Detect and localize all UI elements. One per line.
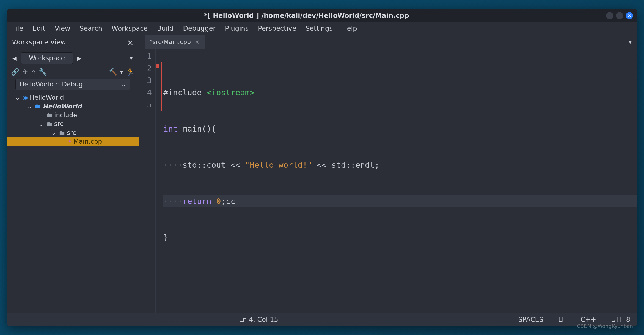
cpp-file-icon: ✦ [68, 138, 72, 144]
menu-debugger[interactable]: Debugger [183, 25, 216, 32]
wrench-icon[interactable]: 🔧 [39, 68, 47, 76]
folder-icon: 🖿 [59, 129, 65, 136]
tab-close-icon[interactable]: × [195, 38, 200, 45]
status-lang[interactable]: C++ [580, 316, 596, 323]
status-eol[interactable]: LF [558, 316, 566, 323]
menu-settings[interactable]: Settings [306, 25, 332, 32]
nav-fwd-icon[interactable]: ▶ [76, 55, 83, 62]
line-number: 3 [139, 74, 152, 86]
tree-file-main[interactable]: ✦ Main.cpp [7, 137, 139, 146]
workspace-dropdown[interactable]: Workspace [21, 52, 73, 64]
send-icon[interactable]: ✈ [23, 68, 28, 76]
brace-guide [161, 62, 162, 111]
build-config-dropdown[interactable]: HelloWorld :: Debug ⌄ [15, 79, 130, 90]
folder-icon: 🖿 [46, 120, 53, 127]
t: int [163, 124, 178, 133]
menubar: File Edit View Search Workspace Build De… [7, 22, 637, 35]
nav-menu-icon[interactable]: ▾ [128, 55, 135, 62]
line-number: 5 [139, 99, 152, 111]
menu-file[interactable]: File [12, 25, 23, 32]
tree-include[interactable]: 🖿 include [7, 111, 139, 119]
build-config-label: HelloWorld :: Debug [20, 81, 83, 88]
line-number: 4 [139, 86, 152, 99]
sidebar-close-icon[interactable]: × [127, 38, 134, 47]
workspace-label: Workspace [29, 54, 65, 62]
fold-column [156, 49, 161, 313]
menu-help[interactable]: Help [342, 25, 357, 32]
tree-label: include [54, 111, 77, 119]
tab-menu-button[interactable]: ▾ [624, 35, 637, 49]
tree-src-inner[interactable]: ⌄ 🖿 src [7, 128, 139, 137]
tab-label: *src/Main.cpp [150, 38, 191, 45]
tabbar: *src/Main.cpp × + ▾ [139, 35, 637, 49]
build-icon[interactable]: 🔨 [109, 68, 117, 76]
code-text[interactable]: #include <iostream> int main(){ ····std:… [161, 49, 637, 313]
t: ;cc [221, 197, 235, 206]
link-icon[interactable]: 🔗 [11, 68, 19, 76]
chevron-down-icon: ⌄ [27, 103, 33, 110]
tree-label: Main.cpp [73, 138, 102, 145]
menu-plugins[interactable]: Plugins [225, 25, 249, 32]
status-indent[interactable]: SPACES [518, 316, 543, 323]
sidebar: Workspace View × ◀ Workspace ▶ ▾ 🔗 ✈ ⌂ 🔧 [7, 35, 139, 313]
tree-project[interactable]: ⌄ 🖿 HelloWorld [7, 102, 139, 111]
close-button[interactable]: × [626, 12, 633, 19]
tree-src-outer[interactable]: ⌄ 🖿 src [7, 119, 139, 128]
editor-pane: *src/Main.cpp × + ▾ 1 2 3 4 5 [139, 35, 637, 313]
t: } [163, 233, 168, 242]
chevron-down-icon: ⌄ [15, 94, 21, 101]
tree-label: HelloWorld [43, 103, 82, 110]
chevron-down-icon: ⌄ [121, 81, 126, 88]
t: main(){ [178, 124, 216, 133]
build-config-row: HelloWorld :: Debug ⌄ [7, 78, 139, 93]
menu-edit[interactable]: Edit [32, 25, 45, 32]
chevron-down-icon: ⌄ [51, 129, 57, 136]
project-tree: ⌄ ◉ HelloWorld ⌄ 🖿 HelloWorld 🖿 include … [7, 93, 139, 313]
home-icon[interactable]: ⌂ [31, 68, 35, 76]
ide-window: *[ HelloWorld ] /home/kali/dev/HelloWorl… [7, 9, 637, 326]
status-encoding[interactable]: UTF-8 [611, 316, 630, 323]
window-controls: × [606, 12, 633, 19]
t: ···· [163, 160, 183, 170]
window-title: *[ HelloWorld ] /home/kali/dev/HelloWorl… [7, 12, 606, 19]
run-icon[interactable]: 🏃 [126, 68, 135, 76]
tree-label: src [54, 120, 64, 127]
minimize-button[interactable] [606, 12, 613, 19]
t: ···· [163, 197, 183, 206]
body: Workspace View × ◀ Workspace ▶ ▾ 🔗 ✈ ⌂ 🔧 [7, 35, 637, 313]
nav-back-icon[interactable]: ◀ [11, 55, 18, 62]
menu-view[interactable]: View [55, 25, 70, 32]
chevron-down-icon: ⌄ [38, 120, 45, 127]
folder-icon: 🖿 [46, 111, 53, 119]
workspace-nav: ◀ Workspace ▶ ▾ [7, 50, 139, 66]
line-number: 2 [139, 62, 152, 74]
sidebar-toolbar: 🔗 ✈ ⌂ 🔧 🔨 ▾ 🏃 [7, 66, 139, 78]
sidebar-header: Workspace View × [7, 35, 139, 50]
tree-workspace-root[interactable]: ⌄ ◉ HelloWorld [7, 93, 139, 102]
new-tab-button[interactable]: + [610, 35, 624, 49]
menu-workspace[interactable]: Workspace [112, 25, 148, 32]
fold-marker-icon[interactable] [156, 64, 159, 68]
t: << std::endl; [312, 160, 379, 170]
sidebar-title: Workspace View [12, 38, 66, 46]
folder-icon: 🖿 [35, 103, 41, 110]
t: <iostream> [207, 88, 255, 97]
t: return [183, 197, 211, 206]
t: 0 [211, 197, 221, 206]
line-number: 1 [139, 50, 152, 62]
titlebar: *[ HelloWorld ] /home/kali/dev/HelloWorl… [7, 9, 637, 22]
tree-label: src [67, 129, 76, 136]
watermark: CSDN @WongKyunban [577, 323, 633, 329]
t: #include [163, 88, 207, 97]
t: "Hello world!" [245, 160, 312, 170]
maximize-button[interactable] [616, 12, 623, 19]
t: std::cout << [183, 160, 245, 170]
code-area[interactable]: 1 2 3 4 5 #include <iostream> int main()… [139, 49, 637, 313]
menu-build[interactable]: Build [157, 25, 174, 32]
menu-perspective[interactable]: Perspective [258, 25, 296, 32]
status-position[interactable]: Ln 4, Col 15 [14, 316, 503, 323]
project-icon: ◉ [23, 94, 28, 101]
statusbar: Ln 4, Col 15 SPACES LF C++ UTF-8 [7, 313, 637, 326]
menu-search[interactable]: Search [80, 25, 102, 32]
tab-main-cpp[interactable]: *src/Main.cpp × [145, 35, 205, 49]
